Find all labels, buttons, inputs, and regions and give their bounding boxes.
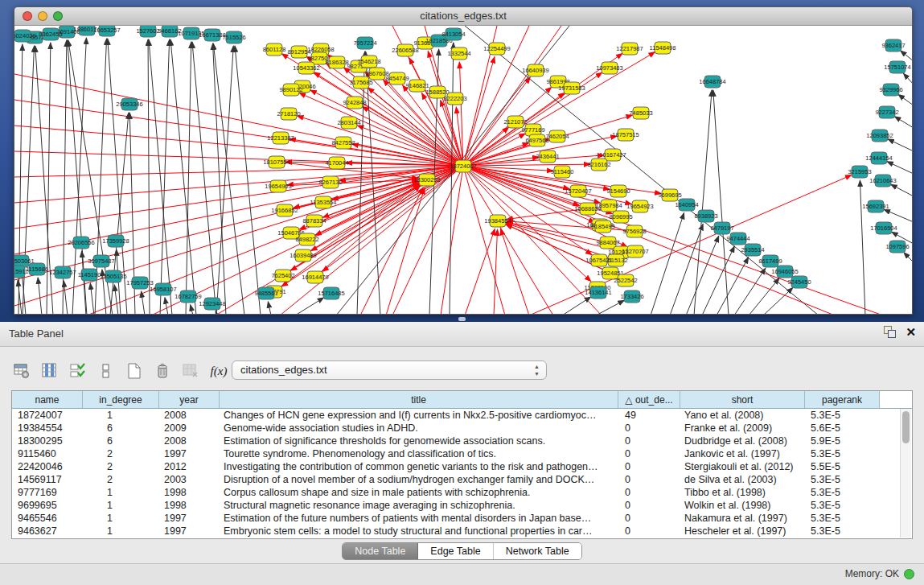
network-node[interactable]: 9329966 <box>879 84 902 96</box>
network-node[interactable]: 7485033 <box>629 107 652 119</box>
network-node[interactable]: 9245450 <box>787 276 811 288</box>
network-node[interactable]: 15720407 <box>565 185 591 197</box>
network-node[interactable]: 1332544 <box>447 47 470 60</box>
network-window-titlebar[interactable]: citations_edges.txt <box>14 7 912 26</box>
delete-row-button[interactable] <box>152 360 173 381</box>
network-node[interactable]: 16958107 <box>150 283 176 295</box>
network-canvas[interactable]: 1872400718300295193845548601128891295418… <box>14 26 912 315</box>
network-node[interactable]: 10973483 <box>596 62 622 74</box>
network-node[interactable]: 15692391 <box>862 200 889 212</box>
network-node[interactable]: 7462054 <box>545 130 569 142</box>
float-panel-icon[interactable] <box>884 326 896 338</box>
memory-status-indicator[interactable] <box>904 569 914 579</box>
network-node[interactable]: 18757515 <box>612 129 639 141</box>
split-divider-handle[interactable] <box>458 317 466 321</box>
network-node[interactable]: 2718120 <box>277 108 300 120</box>
tab-edge-table[interactable]: Edge Table <box>418 543 493 559</box>
network-node[interactable]: 4170044 <box>325 157 348 169</box>
network-node[interactable]: 1527602 <box>136 26 159 37</box>
network-node[interactable]: 3175685 <box>349 76 372 89</box>
network-node[interactable]: 8222203 <box>443 93 466 105</box>
network-node[interactable]: 16648784 <box>699 76 725 88</box>
network-node[interactable]: 16039489 <box>290 249 316 262</box>
network-node[interactable]: 9756928 <box>622 225 646 237</box>
column-header-in_degree[interactable]: in_degree <box>83 391 159 408</box>
close-panel-icon[interactable]: ✕ <box>906 326 916 338</box>
unselect-all-button[interactable] <box>96 360 117 381</box>
column-header-out_de[interactable]: △ out_de... <box>618 391 680 408</box>
table-row[interactable]: 1830029562008Estimation of significance … <box>12 435 912 447</box>
network-node[interactable]: 9115460 <box>551 166 574 178</box>
network-node[interactable]: 1097596 <box>885 241 909 253</box>
select-all-button[interactable] <box>68 360 88 381</box>
network-node[interactable]: 9890122 <box>279 84 302 96</box>
network-node[interactable]: 12254499 <box>483 43 510 55</box>
table-row[interactable]: 1938455462009Genome-wide association stu… <box>12 422 912 435</box>
network-node[interactable]: 9154690 <box>606 185 630 197</box>
column-header-year[interactable]: year <box>159 391 220 408</box>
select-columns-button[interactable] <box>39 360 60 381</box>
network-node[interactable]: 12213387 <box>267 132 294 144</box>
network-node[interactable]: 8938923 <box>694 210 717 222</box>
table-row[interactable]: 969969511998Structural magnetic resonanc… <box>12 499 912 512</box>
network-node[interactable]: 3215953 <box>848 166 871 178</box>
table-row[interactable]: 946554611997Estimation of the future num… <box>12 512 912 525</box>
network-node[interactable]: 12217987 <box>616 43 643 55</box>
network-node[interactable]: 18107554 <box>263 156 290 168</box>
network-node[interactable]: 14136141 <box>585 286 611 299</box>
network-node[interactable]: 8878334 <box>302 215 326 227</box>
network-node[interactable]: 2522542 <box>614 274 637 286</box>
table-scrollbar[interactable] <box>900 409 911 538</box>
network-node[interactable]: 11548498 <box>650 42 676 54</box>
network-node[interactable]: 16782759 <box>175 290 201 303</box>
network-node[interactable]: 1115686 <box>26 263 48 275</box>
tab-network-table[interactable]: Network Table <box>494 543 581 559</box>
network-node[interactable]: 10543362 <box>293 62 319 74</box>
network-node[interactable]: 12342757 <box>49 266 76 278</box>
network-node[interactable]: 9699695 <box>658 189 681 201</box>
network-view-window[interactable]: citations_edges.txt 18724007183002951938… <box>14 6 913 315</box>
network-node[interactable]: 29053346 <box>116 98 142 110</box>
network-node[interactable]: 2935514 <box>741 244 764 256</box>
network-node[interactable]: 7515526 <box>222 31 245 43</box>
network-node[interactable]: 2436441 <box>536 150 559 163</box>
network-node[interactable]: 2803144 <box>337 117 360 129</box>
network-node[interactable]: 19166852 <box>271 204 298 216</box>
network-node[interactable]: 6479197 <box>710 222 733 234</box>
network-node[interactable]: 16640939 <box>522 64 548 76</box>
network-node[interactable]: 8216162 <box>587 159 610 171</box>
table-row[interactable]: 1872400712008Changes of HCN gene express… <box>12 409 912 422</box>
scrollbar-thumb[interactable] <box>902 411 910 443</box>
table-row[interactable]: 911546021997Tourette syndrome. Phenomeno… <box>12 447 912 460</box>
delete-table-button[interactable] <box>180 360 201 381</box>
network-node[interactable]: 8601128 <box>263 43 286 56</box>
network-node[interactable]: 20206556 <box>68 237 94 249</box>
network-node[interactable]: 8617499 <box>758 255 782 267</box>
new-row-button[interactable] <box>124 360 145 381</box>
network-node[interactable]: 1640954 <box>675 199 698 211</box>
function-builder-button[interactable]: f(x) <box>208 360 229 381</box>
network-node[interactable]: 19731583 <box>558 82 585 94</box>
column-header-pagerank[interactable]: pagerank <box>805 391 880 408</box>
tab-node-table[interactable]: Node Table <box>343 543 418 559</box>
network-node[interactable]: 15751074 <box>884 61 910 73</box>
network-node[interactable]: 8267130 <box>318 176 342 188</box>
network-node[interactable]: 13505135 <box>100 270 126 282</box>
network-node[interactable]: 9362417 <box>881 39 905 51</box>
network-node[interactable]: 17359928 <box>102 235 129 247</box>
column-settings-button[interactable] <box>11 360 32 381</box>
network-node[interactable]: 8186328 <box>325 56 348 68</box>
network-node[interactable]: 19654923 <box>626 200 653 212</box>
table-row[interactable]: 1456911722003Disruption of a novel membe… <box>12 473 912 486</box>
table-row[interactable]: 2242004622012Investigating the contribut… <box>12 460 912 473</box>
column-header-short[interactable]: short <box>680 391 805 408</box>
network-node[interactable]: 7957224 <box>353 37 376 49</box>
table-row[interactable]: 946362711997Embryonic stem cells: a mode… <box>12 525 912 538</box>
network-node[interactable]: 30975487 <box>88 255 114 267</box>
network-node[interactable]: 8498222 <box>295 233 318 245</box>
column-header-name[interactable]: name <box>12 391 83 408</box>
network-node[interactable]: 16914479 <box>302 271 328 283</box>
network-node[interactable]: 1145190 <box>78 269 101 281</box>
column-header-title[interactable]: title <box>220 391 618 408</box>
table-row[interactable]: 977716911998Corpus callosum shape and si… <box>12 486 912 499</box>
